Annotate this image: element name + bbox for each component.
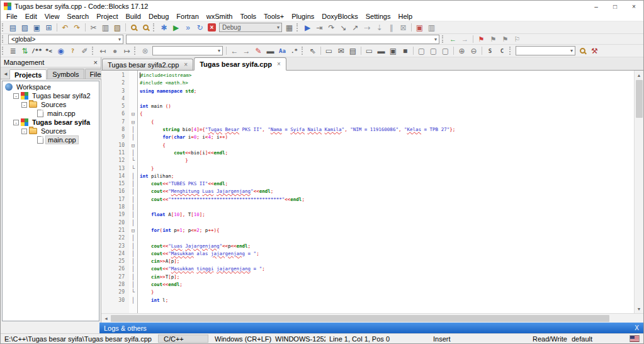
toolbar-grip[interactable]: [297, 23, 299, 32]
tab-close-icon[interactable]: ×: [184, 61, 188, 68]
debug-continue-button[interactable]: ▶: [302, 22, 314, 33]
prev-changed-line-button[interactable]: ↤: [97, 45, 109, 56]
code-line-21[interactable]: for(int p=1; p<=2; p++){: [140, 227, 634, 234]
scope-combo[interactable]: <global>▾: [8, 35, 123, 44]
insert-panel-button[interactable]: ▤: [347, 45, 359, 56]
step-into-button[interactable]: ↘: [337, 22, 349, 33]
doxy-wizard-button[interactable]: ◉: [55, 45, 67, 56]
code-line-18[interactable]: [140, 204, 634, 211]
code-line-19[interactable]: float A[10], T[10];: [140, 211, 634, 219]
prev-bookmark-button[interactable]: ⚑: [499, 35, 511, 43]
menu-wxsmith[interactable]: wxSmith: [203, 13, 237, 20]
tab-close-icon[interactable]: ×: [277, 60, 281, 67]
code-line-17[interactable]: cout<<"*********************************…: [140, 196, 634, 204]
code-line-20[interactable]: [140, 219, 634, 227]
vertical-scroll-thumb[interactable]: [636, 80, 643, 118]
tree-item-workspace[interactable]: Workspace: [3, 83, 99, 91]
incsearch-combo[interactable]: ▾: [152, 46, 223, 55]
show-containers-button[interactable]: C: [496, 45, 508, 56]
menu-file[interactable]: File: [3, 13, 21, 20]
toolbar-grip[interactable]: [302, 47, 304, 55]
scroll-up-icon[interactable]: ▲: [635, 71, 644, 79]
cut-button[interactable]: ✂: [88, 22, 99, 33]
fold-margin[interactable]: ⊟⊟││⊟│└└│││││││⊟│││││││└│: [129, 71, 138, 313]
rebuild-button[interactable]: ↻: [194, 22, 206, 33]
toolbar-grip[interactable]: [442, 35, 444, 42]
jump-back-button[interactable]: ←: [447, 35, 459, 43]
toolbar-grip[interactable]: [509, 47, 512, 55]
menu-tools[interactable]: Tools: [236, 13, 260, 20]
horizontal-scroll-thumb[interactable]: [111, 315, 609, 322]
widget-pointer-button[interactable]: ⇖: [307, 45, 319, 56]
tab-scroll-left-icon[interactable]: ◄: [2, 71, 9, 79]
border-none-button[interactable]: ▭: [363, 45, 375, 56]
build-button[interactable]: ✱: [158, 22, 170, 33]
border-small-button[interactable]: ▬: [375, 45, 387, 56]
stop-debugger-button[interactable]: ⊠: [397, 22, 409, 33]
search-files-combo[interactable]: ▾: [516, 46, 575, 55]
close-button[interactable]: ×: [624, 1, 643, 12]
code-line-30[interactable]: int l;: [140, 297, 634, 304]
toolbar-grip[interactable]: [2, 47, 4, 55]
code-line-3[interactable]: using namespace std;: [140, 88, 634, 95]
menu-settings[interactable]: Settings: [362, 13, 395, 20]
insert-frame-button[interactable]: ▭: [323, 45, 335, 56]
expand-horizontal-button[interactable]: ▢: [427, 45, 439, 56]
menu-help[interactable]: Help: [394, 13, 416, 20]
step-out-button[interactable]: ↗: [349, 22, 361, 33]
code-line-28[interactable]: cout<<endl;: [140, 281, 634, 289]
next-instruction-button[interactable]: ⇢: [361, 22, 373, 33]
menu-tools-[interactable]: Tools+: [260, 13, 288, 20]
code-line-27[interactable]: cin>>T[p];: [140, 273, 634, 281]
clear-bookmarks-button[interactable]: ⚐: [511, 35, 523, 43]
select-occurrence-button[interactable]: ▬: [264, 45, 276, 56]
code-line-8[interactable]: string bio[4]={"Tugas Besar PKS II", "Na…: [140, 126, 634, 134]
scroll-left-icon[interactable]: ◄: [101, 314, 111, 323]
menu-edit[interactable]: Edit: [21, 13, 41, 20]
undo-button[interactable]: ↶: [59, 22, 71, 33]
menu-view[interactable]: View: [41, 13, 64, 20]
tree-item-tugas-besar-syifa2[interactable]: -Tugas besar syifa2: [3, 91, 99, 100]
code-line-11[interactable]: cout<<bio[i]<<endl;: [140, 149, 634, 157]
copy-button[interactable]: ▥: [99, 22, 111, 33]
step-into-instruction-button[interactable]: ⇣: [373, 22, 385, 33]
editor-tab-tugas-besar-syifa-cpp[interactable]: Tugas besar syifa.cpp×: [194, 57, 286, 71]
debugging-windows-button[interactable]: ▣: [414, 22, 426, 33]
toggle-bookmark-button[interactable]: ⚑: [487, 35, 499, 43]
logs-close-icon[interactable]: X: [635, 324, 639, 331]
match-case-button[interactable]: Aa: [276, 45, 288, 56]
collapse-icon[interactable]: -: [21, 102, 27, 108]
run-to-cursor-button[interactable]: ⇥: [314, 22, 325, 33]
code-line-9[interactable]: for(char i=0; i<4; i++): [140, 134, 634, 141]
toolbar-grip[interactable]: [2, 35, 4, 42]
redo-button[interactable]: ↷: [71, 22, 83, 33]
menu-plugins[interactable]: Plugins: [288, 13, 318, 20]
code-line-12[interactable]: }: [140, 157, 634, 164]
code-line-13[interactable]: }: [140, 165, 634, 173]
fold-collapse-icon[interactable]: ⊟: [129, 142, 137, 149]
show-sizers-button[interactable]: S: [484, 45, 496, 56]
extract-docs-button[interactable]: ≣: [7, 45, 19, 56]
toolbar-grip[interactable]: [2, 23, 4, 32]
tab-projects[interactable]: Projects: [9, 69, 47, 79]
fold-collapse-icon[interactable]: ⊟: [129, 227, 137, 234]
zoom-in-button[interactable]: ⊕: [456, 45, 468, 56]
search-in-files-button[interactable]: [577, 45, 589, 56]
function-combo[interactable]: ▾: [126, 35, 439, 44]
code-line-26[interactable]: cout<<"Masukkan tinggi jajargenjang = ";: [140, 265, 634, 273]
code-line-24[interactable]: cout<<"Masukkan alas jajargenjang = ";: [140, 250, 634, 258]
jump-forward-button[interactable]: →: [459, 35, 471, 43]
toolbar-grip[interactable]: [92, 47, 94, 55]
block-comment-button[interactable]: /**: [31, 45, 43, 56]
tree-item-main-cpp[interactable]: main.cpp: [3, 109, 99, 118]
expand-none-button[interactable]: ▢: [415, 45, 427, 56]
extract-docs-file-button[interactable]: ⇅: [19, 45, 31, 56]
collapse-icon[interactable]: -: [21, 129, 27, 134]
menu-project[interactable]: Project: [93, 13, 121, 20]
menu-build[interactable]: Build: [121, 13, 144, 20]
break-debugger-button[interactable]: ∥: [385, 22, 397, 33]
horizontal-scrollbar[interactable]: ◄: [101, 313, 643, 323]
highlight-occurrences-button[interactable]: ✎: [252, 45, 264, 56]
code-line-7[interactable]: {: [140, 118, 634, 126]
code-line-23[interactable]: cout<<"Luas Jajargenjang"<<p<<endl;: [140, 243, 634, 250]
